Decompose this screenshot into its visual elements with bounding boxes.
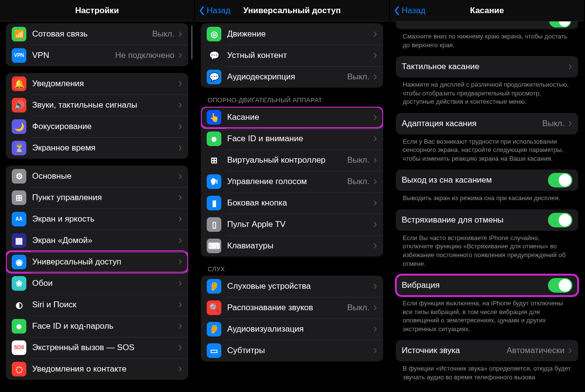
group-vision: ◎Движение💬Устный контент💬Аудиодескрипция… xyxy=(201,23,383,88)
back-button-p3[interactable]: Назад xyxy=(394,0,426,21)
touch-label: Касание xyxy=(227,112,370,122)
chevron-right-icon xyxy=(178,280,182,287)
adapt-label: Адаптация касания xyxy=(402,119,538,129)
row-hearingdev[interactable]: 👂Слуховые устройства xyxy=(201,276,383,297)
row-vpn[interactable]: VPNVPNНе подключено xyxy=(6,45,188,66)
row-wake[interactable]: Выход из сна касанием xyxy=(396,169,578,191)
chevron-right-icon xyxy=(373,283,377,290)
tactile-label: Тактильное касание xyxy=(402,62,565,72)
audiodesc-icon: 💬 xyxy=(207,70,221,84)
row-wallpaper[interactable]: ❀Обои xyxy=(6,273,188,294)
back-button-p2[interactable]: Назад xyxy=(199,0,231,21)
header-settings: Настройки xyxy=(0,0,194,21)
row-touch[interactable]: 👆Касание xyxy=(201,107,383,128)
sidebtn-label: Боковая кнопка xyxy=(227,198,370,208)
cellular-label: Сотовая связь xyxy=(32,29,148,39)
wake-toggle[interactable] xyxy=(548,173,572,187)
appletv-icon: ▯ xyxy=(207,217,221,232)
row-motion[interactable]: ◎Движение xyxy=(201,23,383,45)
faceid-label: Face ID и код-пароль xyxy=(32,321,175,331)
row-soundrec[interactable]: 🔍Распознавание звуковВыкл. xyxy=(201,297,383,318)
footer-shake: Если Вы часто встряхиваете iPhone случай… xyxy=(396,231,578,268)
row-adapt[interactable]: Адаптация касанияВыкл. xyxy=(396,113,578,134)
chevron-right-icon xyxy=(568,347,572,354)
row-faceid[interactable]: ☻Face ID и код-пароль xyxy=(6,316,188,337)
row-switch[interactable]: ⊞Виртуальный контроллерВыкл. xyxy=(201,149,383,171)
switch-label: Виртуальный контроллер xyxy=(227,155,343,165)
footer-wake: Выводить экран из режима сна при касании… xyxy=(396,191,578,203)
row-appletv[interactable]: ▯Пульт Apple TV xyxy=(201,214,383,235)
keyboard2-label: Клавиатуры xyxy=(227,241,370,251)
row-sidebtn[interactable]: ▮Боковая кнопка xyxy=(201,192,383,214)
row-spoken[interactable]: 💬Устный контент xyxy=(201,45,383,66)
chevron-right-icon xyxy=(373,347,377,354)
screentime-icon: ⏳ xyxy=(12,141,26,155)
row-audiovis[interactable]: 👂Аудиовизуализация xyxy=(201,318,383,340)
back-label: Назад xyxy=(207,6,231,16)
reachability-toggle[interactable] xyxy=(549,21,571,28)
sos-label: Экстренный вызов — SOS xyxy=(32,343,175,353)
soundrec-value: Выкл. xyxy=(347,303,370,313)
sounds-label: Звуки, тактильные сигналы xyxy=(32,100,175,110)
chevron-right-icon xyxy=(373,74,377,80)
row-partial-top[interactable] xyxy=(396,21,578,29)
group-source: Источник звукаАвтоматически xyxy=(396,340,578,361)
row-tactile[interactable]: Тактильное касание xyxy=(396,56,578,77)
row-home[interactable]: ▦Экран «Домой» xyxy=(6,230,188,251)
display-label: Экран и яркость xyxy=(32,214,175,224)
row-sos[interactable]: SOSЭкстренный вызов — SOS xyxy=(6,337,188,358)
shake-toggle[interactable] xyxy=(548,213,572,227)
screentime-label: Экранное время xyxy=(32,143,175,153)
switch-icon: ⊞ xyxy=(207,153,221,168)
chevron-right-icon xyxy=(178,344,182,351)
controlcenter-label: Пункт управления xyxy=(32,193,175,203)
row-source[interactable]: Источник звукаАвтоматически xyxy=(396,340,578,361)
row-audiodesc[interactable]: 💬АудиодескрипцияВыкл. xyxy=(201,66,383,88)
chevron-right-icon xyxy=(373,326,377,333)
display-icon: AA xyxy=(12,212,26,226)
row-screentime[interactable]: ⏳Экранное время xyxy=(6,137,188,159)
faceid2-icon: ☻ xyxy=(207,131,221,146)
row-sounds[interactable]: 🔊Звуки, тактильные сигналы xyxy=(6,94,188,116)
pane2-content: ◎Движение💬Устный контент💬Аудиодескрипция… xyxy=(195,21,389,392)
row-exposure[interactable]: ◌Уведомления о контакте xyxy=(6,358,188,380)
row-accessibility[interactable]: ◉Универсальный доступ xyxy=(6,251,188,273)
row-voice[interactable]: 🗣Управление голосомВыкл. xyxy=(201,171,383,192)
chevron-right-icon xyxy=(178,366,182,373)
general-label: Основные xyxy=(32,171,175,181)
row-faceid2[interactable]: ☻Face ID и внимание xyxy=(201,128,383,149)
row-display[interactable]: AAЭкран и яркость xyxy=(6,208,188,230)
faceid2-label: Face ID и внимание xyxy=(227,134,370,144)
row-keyboard2[interactable]: ⌨Клавиатуры xyxy=(201,235,383,257)
row-vibration[interactable]: Вибрация xyxy=(396,275,578,296)
siri-label: Siri и Поиск xyxy=(32,300,175,310)
row-shake[interactable]: Встряхивание для отмены xyxy=(396,209,578,231)
notifications-icon: 🔔 xyxy=(12,76,26,91)
row-siri[interactable]: ◐Siri и Поиск xyxy=(6,294,188,316)
pane-accessibility: Назад Универсальный доступ ◎Движение💬Уст… xyxy=(195,0,390,392)
faceid-icon: ☻ xyxy=(12,319,26,334)
row-cellular[interactable]: 📶Сотовая связьВыкл. xyxy=(6,23,188,45)
controlcenter-icon: ⊞ xyxy=(12,190,26,205)
subtitles-label: Субтитры xyxy=(227,346,370,355)
chevron-right-icon xyxy=(178,80,182,87)
vibration-toggle[interactable] xyxy=(548,278,572,293)
header-touch: Назад Касание xyxy=(390,0,584,21)
source-value: Автоматически xyxy=(507,346,565,355)
footer-source: В функции «Источник звука» определяется,… xyxy=(396,361,578,381)
row-general[interactable]: ⚙︎Основные xyxy=(6,166,188,187)
exposure-icon: ◌ xyxy=(12,362,26,376)
source-label: Источник звука xyxy=(402,346,503,355)
voice-label: Управление голосом xyxy=(227,177,343,187)
keyboard2-icon: ⌨ xyxy=(207,239,221,253)
row-subtitles[interactable]: ▭Субтитры xyxy=(201,340,383,361)
footer-vibration: Если функция выключена, на iPhone будут … xyxy=(396,296,578,333)
row-focus[interactable]: 🌙Фокусирование xyxy=(6,116,188,137)
row-controlcenter[interactable]: ⊞Пункт управления xyxy=(6,187,188,208)
audiovis-icon: 👂 xyxy=(207,322,221,336)
row-notifications[interactable]: 🔔Уведомления xyxy=(6,73,188,94)
motion-label: Движение xyxy=(227,29,370,39)
vpn-label: VPN xyxy=(32,51,111,60)
accessibility-icon: ◉ xyxy=(12,255,26,269)
scroll-indicator[interactable] xyxy=(191,25,193,59)
